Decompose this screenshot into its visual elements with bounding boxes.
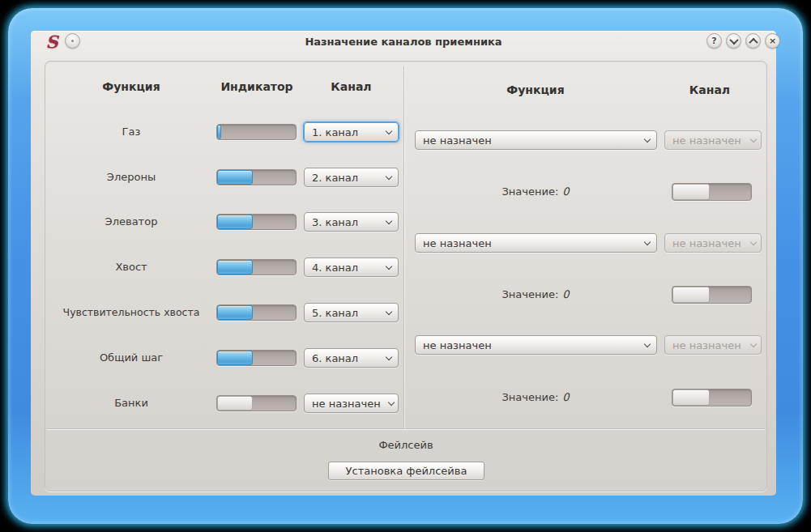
value-line: Значение:0 <box>414 184 657 200</box>
indicator-bar <box>216 350 297 366</box>
right-header-function: Функция <box>414 83 657 97</box>
rx-function-select[interactable]: не назначен <box>415 130 657 150</box>
function-label: Элеватор <box>45 214 217 230</box>
chevron-up-icon <box>749 37 758 46</box>
app-window: S Назначение каналов приемника ? × Функц… <box>31 31 776 496</box>
function-label: Чувствительность хвоста <box>45 304 217 321</box>
channel-select-value: 5. канал <box>312 307 358 319</box>
value-bar-fill <box>672 184 710 200</box>
value-label: Значение: <box>502 185 558 198</box>
chevron-down-icon <box>386 218 392 224</box>
value-bar-fill <box>672 389 710 406</box>
function-label: Хвост <box>45 259 217 275</box>
left-header-indicator: Индикатор <box>204 79 309 94</box>
chevron-down-icon <box>386 354 392 360</box>
rx-function-select[interactable]: не назначен <box>415 233 657 253</box>
value-label: Значение: <box>502 288 558 300</box>
channel-select[interactable]: 1. канал <box>304 122 399 142</box>
channel-select[interactable]: 6. канал <box>304 348 399 368</box>
help-icon: ? <box>711 36 716 45</box>
window-title: Назначение каналов приемника <box>31 36 776 48</box>
channel-select-value: 3. канал <box>312 216 358 228</box>
value-label: Значение: <box>502 391 558 403</box>
indicator-bar <box>216 304 297 321</box>
chevron-down-icon <box>386 173 392 180</box>
help-button[interactable]: ? <box>706 33 722 49</box>
chevron-down-icon <box>750 341 757 347</box>
value-line: Значение:0 <box>414 389 657 406</box>
function-label: Газ <box>45 124 217 140</box>
value-bar-fill <box>672 287 710 303</box>
titlebar: S Назначение каналов приемника ? × <box>31 31 776 55</box>
channel-select-value: 2. канал <box>312 172 358 184</box>
function-label: Элероны <box>45 169 217 185</box>
value-line: Значение:0 <box>414 287 657 303</box>
indicator-bar <box>216 169 297 185</box>
value-bar <box>672 286 752 304</box>
rx-channel-select[interactable]: не назначен <box>664 335 762 355</box>
chevron-down-icon <box>386 128 392 134</box>
channel-select[interactable]: 4. канал <box>304 257 399 277</box>
indicator-bar <box>216 214 297 230</box>
rx-channel-select-value: не назначен <box>672 237 741 249</box>
left-header-channel: Канал <box>304 79 399 94</box>
channel-select-value: 6. канал <box>312 352 358 364</box>
value-number: 0 <box>562 288 569 300</box>
value-number: 0 <box>562 391 569 403</box>
rx-function-select-value: не назначен <box>423 339 492 351</box>
value-bar <box>672 183 752 201</box>
minimize-button[interactable] <box>726 33 741 49</box>
chevron-down-icon <box>386 309 392 315</box>
failsafe-label: Фейлсейв <box>45 437 766 453</box>
chevron-down-icon <box>388 399 395 406</box>
close-button[interactable]: × <box>765 33 780 49</box>
rx-function-select-value: не назначен <box>423 237 492 249</box>
indicator-bar <box>216 259 297 275</box>
chevron-down-icon <box>386 263 392 270</box>
indicator-fill <box>217 260 253 275</box>
indicator-fill <box>217 396 253 411</box>
chevron-down-icon <box>750 239 757 245</box>
rx-channel-select[interactable]: не назначен <box>664 233 762 253</box>
chevron-down-icon <box>644 136 651 143</box>
maximize-button[interactable] <box>745 33 761 49</box>
indicator-fill <box>217 351 253 365</box>
indicator-fill <box>217 305 253 320</box>
failsafe-setup-button[interactable]: Установка фейлсейва <box>328 462 484 480</box>
channel-assignment-frame: Функция Индикатор Канал Газ 1. канал Эле… <box>45 61 767 492</box>
value-number: 0 <box>562 185 569 198</box>
channel-select[interactable]: 5. канал <box>304 303 399 322</box>
indicator-fill <box>217 125 221 139</box>
indicator-bar <box>216 124 297 140</box>
indicator-fill <box>217 170 253 185</box>
right-header-channel: Канал <box>661 83 758 97</box>
rx-function-select[interactable]: не назначен <box>415 335 657 355</box>
chevron-down-icon <box>750 136 757 143</box>
channel-select[interactable]: 2. канал <box>304 168 399 187</box>
left-header-function: Функция <box>45 79 217 94</box>
value-bar <box>672 389 752 406</box>
rx-channel-select-value: не назначен <box>672 134 741 147</box>
indicator-fill <box>217 215 253 229</box>
channel-select[interactable]: не назначен <box>304 394 399 413</box>
panel-divider <box>403 66 404 428</box>
rx-channel-select-value: не назначен <box>672 339 741 351</box>
chevron-down-icon <box>729 35 738 44</box>
function-label: Банки <box>45 395 217 411</box>
channel-select[interactable]: 3. канал <box>304 212 399 232</box>
indicator-bar <box>216 395 297 411</box>
rx-function-select-value: не назначен <box>423 134 492 147</box>
function-label: Общий шаг <box>45 350 217 366</box>
channel-select-value: не назначен <box>312 398 381 410</box>
close-icon: × <box>769 36 776 45</box>
chevron-down-icon <box>644 239 651 245</box>
channel-select-value: 4. канал <box>312 262 358 274</box>
rx-channel-select[interactable]: не назначен <box>664 130 762 150</box>
failsafe-divider <box>47 428 765 429</box>
chevron-down-icon <box>644 341 651 347</box>
channel-select-value: 1. канал <box>312 126 358 138</box>
